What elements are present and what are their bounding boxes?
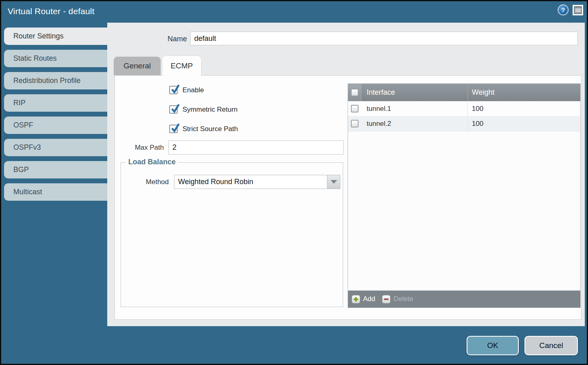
strict-source-path-row: Strict Source Path <box>169 124 238 134</box>
sidebar-item-router-settings[interactable]: Router Settings <box>4 28 107 45</box>
checkmark-icon <box>170 84 180 94</box>
enable-label: Enable <box>183 86 204 94</box>
delete-label: Delete <box>393 295 413 303</box>
ecmp-checkbox-group: Enable Symmetric Return Strict Source Pa… <box>169 85 238 134</box>
dialog-title: Virtual Router - default <box>8 6 95 16</box>
sidebar-item-multicast[interactable]: Multicast <box>4 183 107 201</box>
column-header-weight: Weight <box>468 84 580 101</box>
row-checkbox[interactable] <box>351 120 359 127</box>
sidebar-item-ospfv3[interactable]: OSPFv3 <box>4 139 107 156</box>
sidebar-item-ospf[interactable]: OSPF <box>4 117 107 134</box>
interface-cell: tunnel.2 <box>361 116 468 131</box>
method-select-value: Weighted Round Robin <box>174 175 327 189</box>
method-dropdown-button[interactable] <box>327 175 340 189</box>
help-icon[interactable]: ? <box>558 4 569 15</box>
add-label: Add <box>363 295 375 303</box>
interface-table: Interface Weight tunnel.1 100 tunnel.2 1… <box>348 83 581 308</box>
strict-source-path-label: Strict Source Path <box>183 125 238 133</box>
max-path-label: Max Path <box>115 140 164 155</box>
sidebar-item-static-routes[interactable]: Static Routes <box>4 50 107 67</box>
table-empty-area <box>348 131 580 291</box>
ok-button[interactable]: OK <box>467 336 519 355</box>
symmetric-return-row: Symmetric Return <box>169 105 238 114</box>
row-checkbox-cell <box>348 105 361 112</box>
tab-ecmp[interactable]: ECMP <box>162 55 202 76</box>
load-balance-fieldset: Load Balance Method Weighted Round Robin <box>121 162 343 307</box>
weight-cell: 100 <box>468 105 580 113</box>
symmetric-return-label: Symmetric Return <box>183 106 238 114</box>
add-button[interactable]: Add <box>352 295 375 303</box>
enable-checkbox[interactable] <box>169 86 178 94</box>
sidebar-item-redistribution-profile[interactable]: Redistribution Profile <box>4 72 107 89</box>
name-input[interactable] <box>190 32 578 45</box>
window-restore-icon[interactable] <box>573 5 583 15</box>
chevron-down-icon <box>331 180 337 184</box>
enable-row: Enable <box>169 85 238 95</box>
sidebar-item-bgp[interactable]: BGP <box>4 161 107 178</box>
method-label: Method <box>121 175 169 189</box>
content-panel: Name General ECMP Enable Symmetric Retur… <box>107 23 585 326</box>
weight-cell: 100 <box>468 120 580 128</box>
checkmark-icon <box>170 123 180 133</box>
name-label: Name <box>107 32 187 46</box>
checkmark-icon <box>170 104 180 113</box>
column-header-interface: Interface <box>361 84 468 101</box>
header-checkbox-cell <box>348 84 361 101</box>
table-toolbar: Add Delete <box>348 291 580 308</box>
help-glyph: ? <box>561 6 565 13</box>
window-restore-inner <box>575 8 581 13</box>
sidebar-item-rip[interactable]: RIP <box>4 94 107 112</box>
load-balance-legend: Load Balance <box>126 158 178 166</box>
interface-cell: tunnel.1 <box>361 101 468 116</box>
select-all-checkbox[interactable] <box>351 89 359 96</box>
ecmp-tab-panel: Enable Symmetric Return Strict Source Pa… <box>115 75 582 320</box>
sidebar: Router Settings Static Routes Redistribu… <box>4 28 107 201</box>
row-checkbox-cell <box>348 120 361 127</box>
method-select[interactable]: Weighted Round Robin <box>174 175 340 189</box>
table-row[interactable]: tunnel.2 100 <box>348 116 580 131</box>
symmetric-return-checkbox[interactable] <box>169 105 178 114</box>
delete-minus-icon <box>382 295 391 303</box>
table-row[interactable]: tunnel.1 100 <box>348 101 580 116</box>
max-path-input[interactable] <box>168 140 344 155</box>
strict-source-path-checkbox[interactable] <box>169 125 178 133</box>
virtual-router-dialog: Virtual Router - default ? Router Settin… <box>0 0 588 365</box>
delete-button[interactable]: Delete <box>382 295 413 303</box>
row-checkbox[interactable] <box>351 105 359 112</box>
titlebar: Virtual Router - default ? <box>1 1 587 23</box>
tab-general[interactable]: General <box>114 57 161 75</box>
add-plus-icon <box>352 295 360 303</box>
cancel-button[interactable]: Cancel <box>524 336 578 355</box>
table-header: Interface Weight <box>348 84 580 101</box>
